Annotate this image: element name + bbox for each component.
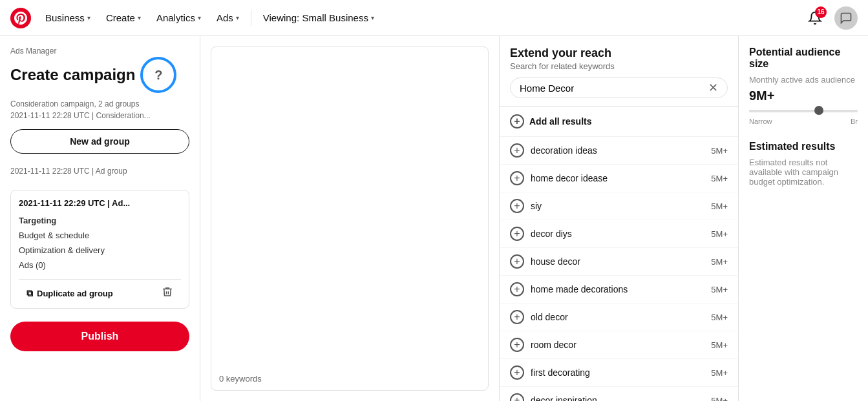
right-panel: Potential audience size Monthly active a…	[739, 36, 868, 401]
add-keyword-icon: +	[510, 282, 524, 296]
search-clear-button[interactable]: ✕	[708, 82, 718, 94]
keyword-left: + first decorating	[510, 365, 590, 380]
keyword-search-header: Extend your reach Search for related key…	[500, 36, 738, 107]
keyword-list: + decoration ideas 5M+ + home decor idea…	[500, 137, 738, 401]
keyword-left: + siy	[510, 199, 542, 213]
sidebar-header: Ads Manager Create campaign ?	[0, 36, 200, 96]
add-keyword-icon: +	[510, 365, 524, 380]
list-item[interactable]: + siy 5M+	[500, 192, 738, 220]
topnav: Business ▾ Create ▾ Analytics ▾ Ads ▾ Vi…	[0, 0, 868, 36]
audience-sub: Monthly active ads audience	[749, 75, 858, 85]
estimated-text: Estimated results not available with cam…	[749, 158, 858, 187]
ad-group-2-item: 2021-11-11 22:29 UTC | Ad... Targeting B…	[0, 185, 200, 314]
keyword-text: decoration ideas	[531, 145, 597, 156]
notification-button[interactable]: 16	[803, 6, 827, 30]
keyword-text: first decorating	[531, 367, 590, 378]
keyword-text: decor inspiration	[531, 395, 597, 401]
duplicate-ad-group-button[interactable]: ⧉ Duplicate ad group	[26, 288, 113, 299]
add-keyword-icon: +	[510, 199, 524, 213]
main-layout: Ads Manager Create campaign ? Considerat…	[0, 36, 868, 401]
page-title: Create campaign	[10, 66, 135, 84]
list-item[interactable]: + decor inspiration 5M+	[500, 387, 738, 401]
audience-section: Potential audience size Monthly active a…	[749, 46, 858, 125]
optimization-nav[interactable]: Optimization & delivery	[19, 243, 181, 258]
keyword-search-input-row: ✕	[510, 77, 728, 98]
keyword-left: + room decor	[510, 338, 577, 352]
keyword-count: 5M+	[711, 201, 728, 211]
keyword-text: siy	[531, 201, 542, 211]
add-keyword-icon: +	[510, 227, 524, 241]
add-keyword-icon: +	[510, 393, 524, 401]
keywords-count: 0 keywords	[219, 374, 262, 384]
keyword-count: 5M+	[711, 285, 728, 294]
extend-subtitle: Search for related keywords	[510, 61, 728, 71]
breadcrumb: Ads Manager	[10, 46, 189, 56]
sidebar: Ads Manager Create campaign ? Considerat…	[0, 36, 200, 401]
nav-viewing[interactable]: Viewing: Small Business ▾	[257, 8, 381, 27]
list-item[interactable]: + house decor 5M+	[500, 248, 738, 276]
ad-group-2-title: 2021-11-11 22:29 UTC | Ad...	[19, 198, 181, 208]
ads-chevron-icon: ▾	[236, 14, 239, 21]
nav-analytics[interactable]: Analytics ▾	[150, 8, 207, 27]
notification-badge: 16	[815, 6, 827, 18]
list-item[interactable]: + home decor idease 5M+	[500, 165, 738, 192]
keyword-count: 5M+	[711, 396, 728, 402]
keyword-text: decor diys	[531, 229, 572, 239]
keyword-left: + old decor	[510, 310, 568, 324]
delete-ad-group-button[interactable]	[162, 286, 173, 300]
title-row: Create campaign ?	[10, 57, 189, 93]
list-item[interactable]: + decor diys 5M+	[500, 220, 738, 248]
list-item[interactable]: + room decor 5M+	[500, 331, 738, 359]
ad-group-footer: ⧉ Duplicate ad group	[19, 279, 181, 300]
add-keyword-icon: +	[510, 338, 524, 352]
trash-icon	[162, 286, 173, 298]
nav-create[interactable]: Create ▾	[100, 8, 147, 27]
duplicate-icon: ⧉	[26, 288, 33, 299]
keyword-left: + home decor idease	[510, 171, 608, 185]
new-ad-group-button[interactable]: New ad group	[10, 129, 189, 154]
svg-point-0	[10, 8, 31, 28]
keyword-text: home made decorations	[531, 284, 628, 294]
keyword-left: + decoration ideas	[510, 143, 597, 158]
estimated-title: Estimated results	[749, 141, 858, 152]
ad-group-1-item: 2021-11-11 22:28 UTC | Ad group	[0, 161, 200, 185]
nav-business[interactable]: Business ▾	[39, 8, 97, 27]
estimated-section: Estimated results Estimated results not …	[749, 141, 858, 187]
keyword-text: home decor idease	[531, 173, 608, 183]
audience-title: Potential audience size	[749, 46, 858, 70]
keyword-left: + decor inspiration	[510, 393, 597, 401]
add-keyword-icon: +	[510, 143, 524, 158]
publish-button[interactable]: Publish	[10, 322, 189, 351]
ad-group-card: 2021-11-11 22:29 UTC | Ad... Targeting B…	[10, 190, 189, 309]
audience-slider[interactable]	[749, 110, 858, 112]
keyword-count: 5M+	[711, 174, 728, 183]
keyword-search-input[interactable]	[520, 83, 708, 94]
list-item[interactable]: + decoration ideas 5M+	[500, 137, 738, 165]
ads-nav[interactable]: Ads (0)	[19, 258, 181, 272]
keyword-count: 5M+	[711, 368, 728, 378]
nav-ads[interactable]: Ads ▾	[210, 8, 246, 27]
add-keyword-icon: +	[510, 254, 524, 269]
middle-panel: 0 keywords	[200, 36, 500, 401]
extend-title: Extend your reach	[510, 46, 728, 60]
add-all-button[interactable]: + Add all results	[500, 107, 738, 137]
targeting-nav[interactable]: Targeting	[19, 213, 181, 228]
analytics-chevron-icon: ▾	[198, 14, 201, 21]
keyword-count: 5M+	[711, 229, 728, 239]
help-button[interactable]: ?	[140, 57, 176, 93]
keyword-left: + house decor	[510, 254, 580, 269]
keyword-left: + home made decorations	[510, 282, 628, 296]
add-keyword-icon: +	[510, 310, 524, 324]
pinterest-logo-icon[interactable]	[10, 8, 31, 28]
campaign-meta: Consideration campaign, 2 ad groups 2021…	[0, 96, 200, 129]
create-chevron-icon: ▾	[138, 14, 141, 21]
list-item[interactable]: + old decor 5M+	[500, 303, 738, 331]
list-item[interactable]: + first decorating 5M+	[500, 359, 738, 387]
keywords-drop-area: 0 keywords	[211, 46, 489, 391]
keyword-text: old decor	[531, 312, 568, 322]
add-keyword-icon: +	[510, 171, 524, 185]
budget-schedule-nav[interactable]: Budget & schedule	[19, 228, 181, 243]
list-item[interactable]: + home made decorations 5M+	[500, 276, 738, 303]
audience-value: 9M+	[749, 88, 858, 103]
chat-button[interactable]	[834, 6, 858, 30]
